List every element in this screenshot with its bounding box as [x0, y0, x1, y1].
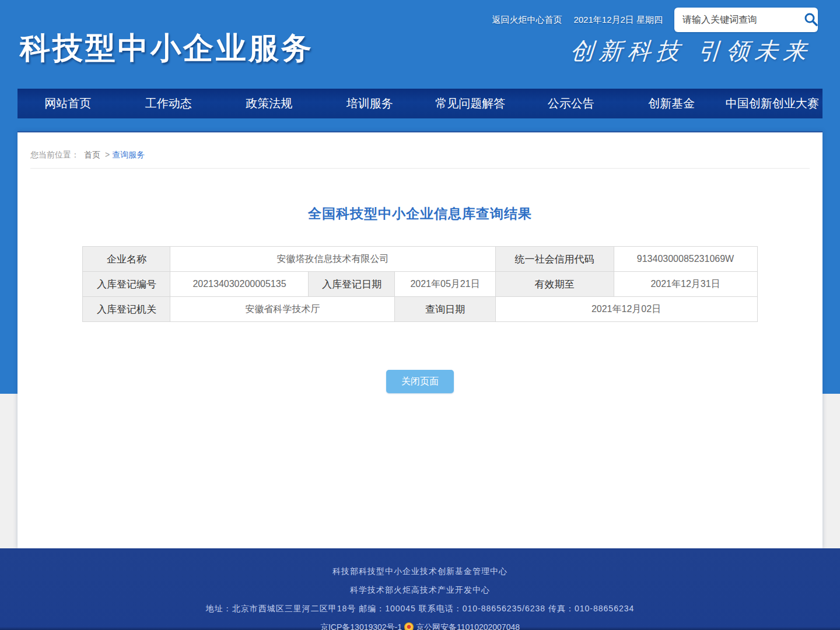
close-page-button[interactable]: 关闭页面	[386, 370, 454, 393]
back-to-torch-home-link[interactable]: 返回火炬中心首页	[492, 15, 562, 26]
nav-item-3[interactable]: 培训服务	[320, 96, 421, 111]
breadcrumb-home-link[interactable]: 首页	[84, 150, 100, 159]
footer-record-line: 京ICP备13019302号-1 京公网安备11010202007048	[0, 622, 840, 630]
slogan-calligraphy: 创新科技 引领未来	[569, 35, 813, 67]
table-cell-label: 统一社会信用代码	[495, 247, 614, 272]
table-cell-label: 入库登记日期	[309, 272, 395, 297]
query-result-table: 企业名称安徽塔孜信息技术有限公司统一社会信用代码9134030008523106…	[82, 246, 757, 322]
table-cell-label: 企业名称	[83, 247, 170, 272]
table-cell-label: 入库登记机关	[83, 297, 170, 322]
table-row: 入库登记机关安徽省科学技术厅查询日期2021年12月02日	[83, 297, 757, 322]
magnifier-icon	[803, 12, 818, 29]
table-cell-value: 安徽塔孜信息技术有限公司	[170, 247, 495, 272]
page-footer: 科技部科技型中小企业技术创新基金管理中心 科学技术部火炬高技术产业开发中心 地址…	[0, 548, 840, 630]
query-result-title: 全国科技型中小企业信息库查询结果	[18, 205, 822, 223]
police-badge-icon	[404, 622, 414, 630]
nav-item-5[interactable]: 公示公告	[521, 96, 622, 111]
table-cell-value: 安徽省科学技术厅	[170, 297, 395, 322]
search-box	[674, 8, 818, 32]
breadcrumb-divider	[30, 168, 810, 169]
breadcrumb-prefix: 您当前位置：	[30, 150, 79, 159]
table-cell-value: 202134030200005135	[170, 272, 309, 297]
current-date: 2021年12月2日 星期四	[573, 15, 663, 26]
icp-record-link[interactable]: 京ICP备13019302号-1	[320, 622, 402, 630]
nav-item-6[interactable]: 创新基金	[621, 96, 722, 111]
nav-item-4[interactable]: 常见问题解答	[420, 96, 521, 111]
breadcrumb: 您当前位置：首页>查询服务	[18, 132, 822, 160]
table-row: 企业名称安徽塔孜信息技术有限公司统一社会信用代码9134030008523106…	[83, 247, 757, 272]
table-cell-value: 2021年12月31日	[614, 272, 757, 297]
footer-org-line-1: 科技部科技型中小企业技术创新基金管理中心	[0, 566, 840, 577]
table-cell-label: 入库登记编号	[83, 272, 170, 297]
police-record-link[interactable]: 京公网安备11010202007048	[404, 622, 520, 630]
content-container: 您当前位置：首页>查询服务 全国科技型中小企业信息库查询结果 企业名称安徽塔孜信…	[18, 131, 822, 548]
top-bar: 返回火炬中心首页 2021年12月2日 星期四	[492, 8, 818, 32]
search-button[interactable]	[803, 11, 818, 29]
nav-item-2[interactable]: 政策法规	[219, 96, 320, 111]
table-cell-label: 查询日期	[395, 297, 495, 322]
search-input[interactable]	[682, 15, 803, 25]
footer-org-line-2: 科学技术部火炬高技术产业开发中心	[0, 585, 840, 596]
nav-item-7[interactable]: 中国创新创业大赛	[722, 96, 823, 111]
table-cell-label: 有效期至	[495, 272, 614, 297]
table-cell-value: 2021年12月02日	[495, 297, 757, 322]
table-cell-value: 2021年05月21日	[395, 272, 495, 297]
page-header: 科技型中小企业服务 返回火炬中心首页 2021年12月2日 星期四 创新科技 引…	[0, 0, 840, 89]
breadcrumb-current-link[interactable]: 查询服务	[112, 150, 145, 159]
table-cell-value: 91340300085231069W	[614, 247, 757, 272]
breadcrumb-separator: >	[105, 150, 110, 159]
site-title: 科技型中小企业服务	[20, 28, 314, 69]
table-row: 入库登记编号202134030200005135入库登记日期2021年05月21…	[83, 272, 757, 297]
nav-item-1[interactable]: 工作动态	[118, 96, 219, 111]
nav-item-0[interactable]: 网站首页	[18, 96, 118, 111]
footer-address-line: 地址：北京市西城区三里河二区甲18号 邮编：100045 联系电话：010-88…	[0, 604, 840, 614]
main-navigation: 网站首页工作动态政策法规培训服务常见问题解答公示公告创新基金中国创新创业大赛	[18, 89, 822, 118]
